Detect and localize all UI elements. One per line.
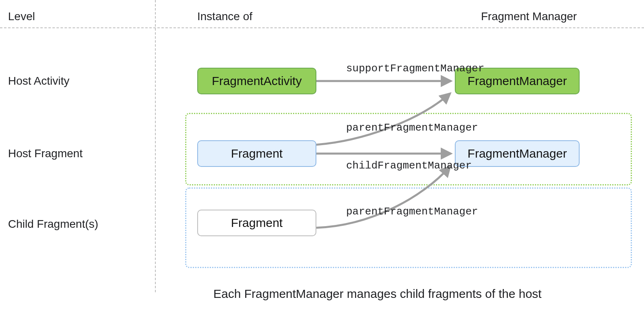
node-fragment-manager-host: FragmentManager [455,140,580,167]
diagram-stage: Level Instance of Fragment Manager Host … [0,0,644,312]
node-fragment-activity: FragmentActivity [197,68,316,94]
header-level: Level [8,10,35,23]
header-fm: Fragment Manager [481,10,577,23]
node-child-fragment: Fragment [197,210,316,236]
header-instance: Instance of [197,10,252,23]
header-divider [0,27,644,28]
label-parent-fm-2: parentFragmentManager [346,206,478,218]
vertical-divider [155,0,156,292]
row-host-fragment: Host Fragment [8,147,83,160]
row-child-fragments: Child Fragment(s) [8,218,98,231]
label-child-fm: childFragmentManager [346,160,472,172]
node-host-fragment: Fragment [197,140,316,167]
label-parent-fm-1: parentFragmentManager [346,122,478,134]
diagram-caption: Each FragmentManager manages child fragm… [213,287,541,301]
row-host-activity: Host Activity [8,75,69,87]
label-support-fm: supportFragmentManager [346,62,484,75]
